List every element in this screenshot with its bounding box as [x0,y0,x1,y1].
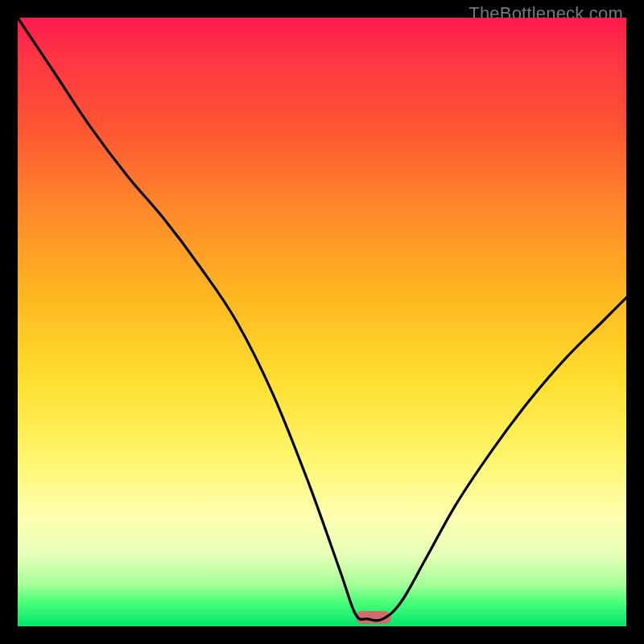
bottleneck-curve [18,18,626,626]
curve-path [18,18,626,621]
chart-frame: TheBottleneck.com [0,0,644,644]
plot-area [18,18,626,626]
